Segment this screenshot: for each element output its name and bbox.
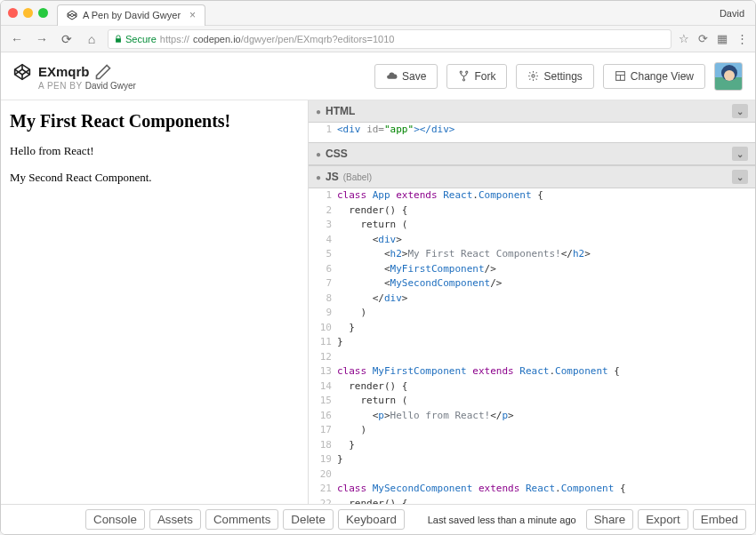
share-button[interactable]: Share: [586, 509, 634, 530]
panel-toggle-icon[interactable]: ⌄: [732, 170, 748, 184]
js-editor[interactable]: 1class App extends React.Component { 2 r…: [309, 188, 755, 504]
window-minimize-icon[interactable]: [23, 8, 33, 18]
delete-button[interactable]: Delete: [283, 509, 334, 530]
pen-author[interactable]: David Gwyer: [85, 81, 136, 91]
js-panel-header[interactable]: ● JS (Babel) ⌄: [309, 165, 755, 188]
js-panel-label: JS: [326, 171, 339, 183]
preview-text-1: Hello from React!: [10, 144, 299, 158]
extension-icon[interactable]: ⟳: [698, 32, 708, 45]
star-icon[interactable]: ☆: [679, 32, 689, 45]
nav-home-icon[interactable]: ⌂: [83, 32, 101, 46]
preview-heading: My First React Components!: [10, 111, 299, 132]
nav-forward-icon[interactable]: →: [33, 32, 51, 46]
svg-point-7: [532, 75, 535, 77]
html-panel-label: HTML: [326, 105, 355, 117]
css-panel-label: CSS: [326, 148, 348, 160]
fork-icon: [458, 70, 470, 82]
html-editor[interactable]: 1<div id="app"></div>: [309, 123, 755, 142]
codepen-toolbar: EXmqrb A PEN BY David Gwyer Save Fork Se…: [1, 52, 755, 100]
assets-button[interactable]: Assets: [149, 509, 201, 530]
codepen-logo-icon: [13, 63, 31, 81]
svg-marker-0: [68, 11, 76, 20]
svg-point-4: [461, 71, 462, 73]
html-panel-header[interactable]: ● HTML ⌄: [309, 100, 755, 123]
change-view-button[interactable]: Change View: [603, 64, 705, 89]
url-field[interactable]: Secure https://codepen.io/dgwyer/pen/EXm…: [108, 29, 672, 49]
fork-button[interactable]: Fork: [446, 64, 507, 89]
save-button[interactable]: Save: [374, 64, 438, 89]
export-button[interactable]: Export: [638, 509, 688, 530]
bullet-icon: ●: [316, 149, 321, 159]
embed-button[interactable]: Embed: [693, 509, 746, 530]
browser-tab[interactable]: A Pen by David Gwyer ×: [57, 4, 205, 26]
js-lang-label: (Babel): [343, 172, 372, 182]
user-avatar[interactable]: [714, 62, 743, 91]
gear-icon: [527, 70, 539, 82]
edit-title-icon[interactable]: [94, 63, 112, 81]
preview-pane: My First React Components! Hello from Re…: [1, 100, 308, 504]
browser-tab-title: A Pen by David Gwyer: [83, 10, 181, 20]
browser-titlebar: A Pen by David Gwyer × David: [1, 1, 755, 26]
panel-toggle-icon[interactable]: ⌄: [732, 104, 748, 118]
css-panel-header[interactable]: ● CSS ⌄: [309, 142, 755, 165]
svg-point-5: [466, 71, 468, 73]
save-status: Last saved less than a minute ago: [428, 515, 576, 525]
settings-button[interactable]: Settings: [516, 64, 593, 89]
grid-icon[interactable]: ▦: [717, 32, 728, 45]
window-close-icon[interactable]: [8, 8, 18, 18]
pen-title: EXmqrb: [38, 64, 90, 79]
codepen-favicon-icon: [67, 10, 77, 20]
browser-address-bar: ← → ⟳ ⌂ Secure https://codepen.io/dgwyer…: [1, 26, 755, 52]
nav-back-icon[interactable]: ←: [8, 32, 26, 46]
keyboard-button[interactable]: Keyboard: [338, 509, 405, 530]
svg-point-6: [463, 79, 465, 81]
tab-close-icon[interactable]: ×: [189, 9, 196, 21]
footer-bar: Console Assets Comments Delete Keyboard …: [1, 504, 755, 534]
pen-subtitle-prefix: A PEN BY: [38, 81, 82, 91]
browser-profile-label[interactable]: David: [720, 8, 744, 19]
bullet-icon: ●: [316, 172, 321, 182]
comments-button[interactable]: Comments: [205, 509, 278, 530]
nav-reload-icon[interactable]: ⟳: [58, 32, 76, 46]
secure-lock-icon: Secure: [114, 34, 157, 44]
bullet-icon: ●: [316, 107, 321, 116]
layout-icon: [615, 70, 626, 82]
panel-toggle-icon[interactable]: ⌄: [732, 147, 748, 161]
preview-text-2: My Second React Component.: [10, 171, 299, 185]
window-maximize-icon[interactable]: [38, 8, 48, 18]
console-button[interactable]: Console: [85, 509, 145, 530]
cloud-icon: [386, 70, 398, 82]
menu-icon[interactable]: ⋮: [736, 32, 748, 45]
